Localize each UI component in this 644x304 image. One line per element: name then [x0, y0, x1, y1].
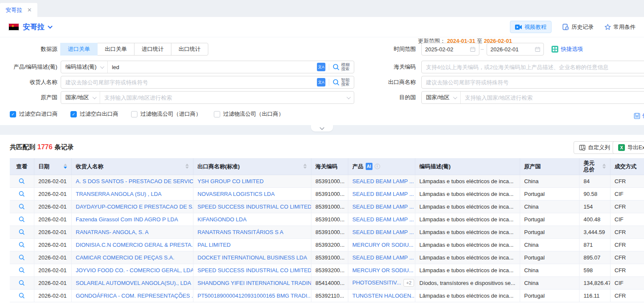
date-from-field[interactable] [421, 43, 479, 56]
date-to-input[interactable] [490, 46, 535, 53]
excel-icon: X [618, 144, 625, 151]
consignee-link[interactable]: A. S DOS SANTOS - PRESTACAO DE SERVIC... [76, 178, 193, 184]
video-tutorial-button[interactable]: 视频教程 [510, 21, 552, 33]
product-link[interactable]: SEALED BEAM LAMP ... [353, 216, 414, 223]
header-date[interactable]: 日期 [34, 158, 71, 175]
country-name[interactable]: 安哥拉 [23, 22, 45, 32]
product-field-select[interactable]: 编码描述(葡) [61, 61, 108, 73]
product-link[interactable]: PHOTOSENSITIV... [353, 279, 401, 286]
header-consignee[interactable]: 收货人名称 [71, 158, 193, 175]
translate-icon[interactable]: 文A [317, 63, 325, 71]
filter-checkboxes: 过滤空白进口商 过滤空白出口商 过滤物流公司（进口商） 过滤物流公司（出口商） [10, 110, 284, 118]
view-search-icon[interactable] [19, 242, 25, 248]
product-link[interactable]: SEALED BEAM LAMP ... [353, 254, 414, 261]
exporter-link[interactable]: SPEED SUCCESS INDUSTRIAL CO LIMITED [198, 267, 311, 273]
sort-icons[interactable] [64, 164, 67, 169]
product-search-input[interactable] [108, 64, 317, 70]
view-search-icon[interactable] [19, 191, 25, 197]
exporter-link[interactable]: RANATRANS TRANSITÁRIOS S A [198, 229, 284, 235]
translate-icon[interactable]: 文A [317, 78, 325, 86]
exporter-link[interactable]: YSH GROUP CO LIMITED [198, 178, 264, 184]
destination-country-select[interactable]: 国家/地区 [422, 92, 461, 103]
exporter-link[interactable]: SHANDONG YIFEI INTERNATIONAL TRADIN... [198, 280, 311, 286]
filter-checkbox[interactable]: 过滤物流公司（进口商） [131, 110, 201, 118]
consignee-link[interactable]: DIONISIA.C.N COMERCIO GERAL & PRESTA... [76, 242, 193, 248]
smart-search-button[interactable]: 智能搜索 [333, 78, 354, 86]
amount-cell: 84 [579, 175, 610, 187]
view-search-icon[interactable] [19, 216, 25, 223]
view-search-icon[interactable] [19, 293, 25, 299]
product-link[interactable]: SEALED BEAM LAMP ... [353, 229, 414, 235]
date-to-field[interactable] [487, 43, 544, 56]
origin-country-input[interactable] [100, 95, 347, 101]
filter-checkbox[interactable]: 过滤空白出口商 [70, 110, 118, 118]
view-search-icon[interactable] [19, 204, 25, 210]
product-link[interactable]: MERCURY OR SODIU... [353, 242, 414, 248]
product-link[interactable]: SEALED BEAM LAMP ... [353, 204, 414, 210]
favorites-button[interactable]: 常用条件 [605, 23, 636, 31]
consignee-link[interactable]: DAYDAYUP-COMERCIO E PRESTACAO DE S... [76, 204, 193, 210]
view-search-icon[interactable] [19, 178, 25, 184]
save-conditions-button[interactable]: 保 [634, 112, 644, 120]
info-icon[interactable]: i [375, 164, 380, 169]
consignee-link[interactable]: CAMICAR COMERCIO DE PEÇAS S.A. [76, 254, 175, 261]
exporter-link[interactable]: DOCKET INTERNATIONAL BUSINESS LDA [198, 254, 307, 261]
close-icon[interactable]: ✕ [27, 7, 32, 13]
chevron-down-icon[interactable] [48, 24, 52, 28]
customize-columns-button[interactable]: 自定义列 [574, 141, 616, 154]
exporter-link[interactable]: PAL LIMITED [198, 242, 231, 248]
checkbox[interactable] [10, 111, 16, 117]
checkbox[interactable] [70, 111, 77, 117]
exporter-link[interactable]: KIFANGONDO LDA [198, 216, 247, 223]
checkbox[interactable] [214, 111, 220, 117]
product-link[interactable]: SEALED BEAM LAMP ... [353, 178, 414, 184]
view-search-icon[interactable] [19, 280, 25, 286]
checkbox[interactable] [131, 111, 137, 117]
date-cell: 2026-02-01 [34, 226, 71, 238]
consignee-link[interactable]: SOLAREAL AUTOMOVEL ANGOLA(SU)., LDA [76, 280, 191, 286]
destination-country-input[interactable] [461, 95, 644, 101]
datasource-tab[interactable]: 出口统计 [171, 43, 208, 56]
date-from-input[interactable] [425, 46, 470, 53]
exporter-link[interactable]: PT50018900004120931000165 BMG TRADI... [198, 293, 311, 299]
sort-icons[interactable] [185, 164, 189, 169]
collapse-filter-button[interactable] [311, 125, 333, 131]
exporter-link[interactable]: SPEED SUCCESS INDUSTRIAL CO LIMITED [198, 204, 311, 210]
product-link[interactable]: MERCURY OR SODIU... [353, 267, 414, 273]
product-link[interactable]: SEALED BEAM LAMP ... [353, 191, 414, 197]
product-link[interactable]: TUNGSTEN HALOGEN... [353, 293, 415, 299]
header-exporter-label: 出口商名称(标准) [198, 163, 240, 170]
filter-checkbox[interactable]: 过滤物流公司（出口商） [214, 110, 284, 118]
hs-code-input[interactable] [422, 64, 644, 70]
header-exporter[interactable]: 出口商名称(标准) [193, 158, 311, 175]
fuzzy-search-button[interactable]: 模糊搜索 [333, 63, 354, 71]
exporter-input[interactable] [422, 79, 644, 86]
filter-checkbox[interactable]: 过滤空白进口商 [10, 110, 58, 118]
view-search-icon[interactable] [19, 229, 25, 235]
more-products-badge[interactable]: +2 [403, 279, 414, 287]
sort-icons[interactable] [303, 164, 307, 169]
history-button[interactable]: 历史记录 [563, 23, 594, 31]
datasource-tab[interactable]: 进口统计 [134, 43, 171, 56]
consignee-link[interactable]: JOYVIO FOOD CO. - COMERCIO GERAL, LDA [76, 267, 193, 273]
exporter-link[interactable]: NOVASERRA LOGISTICS LDA [198, 191, 275, 197]
incoterm-cell: CFR [610, 238, 644, 251]
tab-angola[interactable]: 安哥拉 ✕ [0, 3, 37, 17]
destination-country-label: 目的国 [382, 91, 416, 104]
quick-options-link[interactable]: 快捷选项 [552, 43, 583, 56]
consignee-link[interactable]: GONDOÁFRICA - COM. REPRESENTAÇÕES ... [76, 293, 193, 299]
product-cell: TUNGSTEN HALOGEN... [348, 289, 415, 302]
view-search-icon[interactable] [19, 267, 25, 273]
export-excel-button[interactable]: X 导出Exc [613, 141, 644, 154]
datasource-tab[interactable]: 进口关单 [60, 43, 98, 56]
sort-icons[interactable] [602, 164, 606, 169]
consignee-link[interactable]: Fazenda Girassol Com IND AGRO P LDA [76, 216, 178, 223]
view-search-icon[interactable] [19, 254, 25, 261]
origin-country-select[interactable]: 国家/地区 [61, 92, 100, 103]
consignee-link[interactable]: TRANSERRA ANGOLA (SU) , LDA [76, 191, 162, 197]
consignee-link[interactable]: RANATRANS- ANGOLA, S. A [76, 229, 149, 235]
view-cell [10, 213, 34, 226]
datasource-tab[interactable]: 出口关单 [97, 43, 134, 56]
consignee-input[interactable] [61, 79, 317, 86]
header-amount[interactable]: 美元总价 [579, 158, 610, 175]
